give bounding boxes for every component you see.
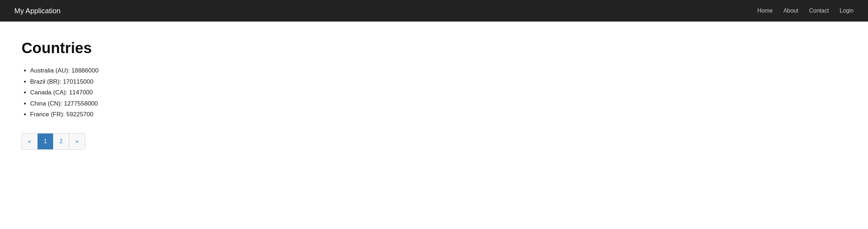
- pagination-prev[interactable]: «: [22, 134, 38, 149]
- pagination: «12»: [22, 133, 85, 150]
- nav-link-about[interactable]: About: [783, 8, 798, 14]
- nav-links: HomeAboutContactLogin: [757, 8, 854, 14]
- main-content: Countries Australia (AU): 18886000Brazil…: [0, 22, 868, 168]
- navbar: My Application HomeAboutContactLogin: [0, 0, 868, 22]
- nav-link-login[interactable]: Login: [840, 8, 854, 14]
- list-item: China (CN): 1277558000: [30, 98, 846, 109]
- list-item: Brazil (BR): 170115000: [30, 76, 846, 88]
- pagination-page-2[interactable]: 2: [53, 134, 69, 149]
- list-item: France (FR): 59225700: [30, 109, 846, 120]
- list-item: Australia (AU): 18886000: [30, 65, 846, 76]
- nav-brand[interactable]: My Application: [14, 7, 61, 15]
- nav-link-contact[interactable]: Contact: [809, 8, 829, 14]
- countries-list: Australia (AU): 18886000Brazil (BR): 170…: [22, 65, 846, 120]
- list-item: Canada (CA): 1147000: [30, 87, 846, 98]
- pagination-next[interactable]: »: [69, 134, 85, 149]
- pagination-page-1[interactable]: 1: [38, 134, 53, 149]
- nav-link-home[interactable]: Home: [757, 8, 773, 14]
- page-title: Countries: [22, 39, 846, 57]
